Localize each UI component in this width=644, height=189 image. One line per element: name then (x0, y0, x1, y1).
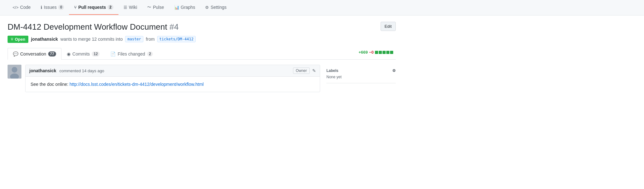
nav-graphs-label: Graphs (181, 5, 195, 10)
open-badge: ⑂ Open (8, 36, 28, 43)
page-content: Edit DM-4412 Development Workflow Docume… (0, 15, 403, 92)
sidebar: Labels ⚙ None yet (326, 65, 396, 83)
comment-body-text: See the doc online: (31, 82, 70, 87)
pr-icon: ⑂ (74, 5, 77, 10)
comment-author[interactable]: jonathansick (29, 68, 56, 73)
nav-issues-label: Issues (44, 5, 56, 10)
top-nav: </> Code ℹ Issues 0 ⑂ Pull requests 2 ☰ … (0, 0, 644, 15)
comment-time: commented 14 days ago (59, 68, 104, 73)
layout-row: jonathansick commented 14 days ago Owner… (8, 60, 396, 92)
comment-header: jonathansick commented 14 days ago Owner… (26, 65, 320, 77)
conversation-badge: 77 (48, 51, 56, 56)
diff-bar-4 (386, 51, 389, 54)
nav-code[interactable]: </> Code (8, 0, 36, 15)
tab-files-changed[interactable]: 📄 Files changed 2 (105, 48, 158, 60)
pr-meta: ⑂ Open jonathansick wants to merge 12 co… (8, 36, 396, 43)
tab-files-label: Files changed (118, 51, 145, 56)
pr-tabs: 💬 Conversation 77 ◉ Commits 12 📄 Files c… (8, 48, 396, 60)
wiki-icon: ☰ (124, 5, 127, 10)
diff-additions: +669 (359, 50, 368, 55)
commits-badge: 12 (92, 51, 100, 56)
open-badge-label: Open (15, 37, 25, 42)
edit-comment-icon[interactable]: ✎ (312, 68, 316, 73)
pr-meta-text: wants to merge 12 commits into (60, 37, 123, 42)
base-branch[interactable]: master (125, 36, 143, 42)
open-badge-icon: ⑂ (11, 37, 13, 42)
nav-settings[interactable]: ⚙ Settings (200, 0, 232, 15)
files-badge: 2 (147, 51, 153, 56)
labels-section: Labels ⚙ None yet (326, 65, 396, 83)
diff-bar-1 (375, 51, 378, 54)
pr-title-text: DM-4412 Development Workflow Document (8, 22, 167, 32)
commits-icon: ◉ (67, 51, 71, 56)
head-branch[interactable]: tickets/DM-4412 (157, 36, 196, 42)
diff-stats: +669 −0 (359, 50, 396, 57)
pr-title: DM-4412 Development Workflow Document #4 (8, 22, 396, 32)
nav-pulse[interactable]: 〜 Pulse (142, 0, 169, 15)
comment-body: See the doc online: http://docs.lsst.cod… (26, 77, 320, 92)
settings-icon: ⚙ (205, 5, 209, 10)
issues-badge: 0 (58, 5, 64, 10)
diff-deletions: −0 (369, 50, 374, 55)
diff-bar-3 (382, 51, 386, 54)
diff-bars (375, 51, 393, 54)
edit-button[interactable]: Edit (381, 22, 396, 31)
labels-title: Labels (326, 68, 338, 73)
pulse-icon: 〜 (147, 4, 151, 10)
comment-box: jonathansick commented 14 days ago Owner… (25, 65, 320, 92)
comment-meta: jonathansick commented 14 days ago (29, 68, 104, 73)
owner-badge: Owner (293, 68, 310, 74)
diff-bar-2 (379, 51, 382, 54)
nav-wiki[interactable]: ☰ Wiki (118, 0, 142, 15)
tab-commits-label: Commits (72, 51, 90, 56)
nav-settings-label: Settings (210, 5, 227, 10)
comment-link[interactable]: http://docs.lsst.codes/en/tickets-dm-441… (70, 82, 204, 87)
nav-pr-label: Pull requests (78, 5, 106, 10)
labels-header: Labels ⚙ (326, 68, 396, 73)
nav-pull-requests[interactable]: ⑂ Pull requests 2 (69, 0, 118, 15)
pr-number: #4 (170, 22, 179, 32)
nav-issues[interactable]: ℹ Issues 0 (36, 0, 69, 15)
pr-author[interactable]: jonathansick (31, 37, 58, 42)
comment-section: jonathansick commented 14 days ago Owner… (8, 65, 320, 92)
tab-conversation[interactable]: 💬 Conversation 77 (8, 48, 61, 60)
nav-wiki-label: Wiki (129, 5, 137, 10)
code-icon: </> (13, 5, 19, 10)
tab-conversation-label: Conversation (20, 51, 46, 56)
pr-badge: 2 (107, 5, 113, 10)
labels-value: None yet (326, 75, 396, 79)
issues-icon: ℹ (41, 5, 42, 10)
diff-bar-5 (390, 51, 393, 54)
svg-point-6 (12, 67, 17, 73)
tab-commits[interactable]: ◉ Commits 12 (61, 48, 105, 60)
conversation-icon: 💬 (13, 51, 18, 56)
nav-pulse-label: Pulse (153, 5, 164, 10)
avatar (8, 65, 21, 79)
graphs-icon: 📊 (174, 5, 179, 10)
comment-actions: Owner ✎ (293, 68, 316, 74)
nav-code-label: Code (20, 5, 31, 10)
pr-meta-from: from (146, 37, 155, 42)
files-icon: 📄 (110, 51, 116, 56)
labels-gear-icon[interactable]: ⚙ (392, 68, 396, 73)
nav-graphs[interactable]: 📊 Graphs (169, 0, 200, 15)
